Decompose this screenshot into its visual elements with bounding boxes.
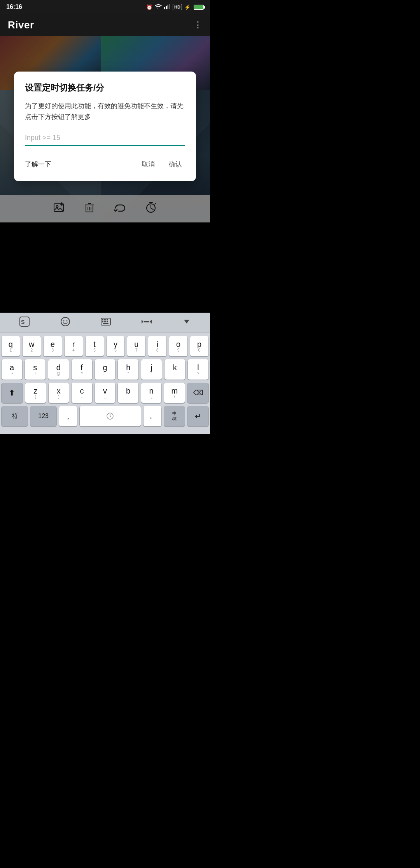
- confirm-button[interactable]: 确认: [162, 157, 185, 172]
- svg-rect-2: [167, 5, 168, 9]
- status-icons: ⏰ HD ⚡: [146, 4, 204, 10]
- keyboard-area: S: [0, 313, 210, 434]
- key-g[interactable]: g、: [95, 359, 116, 380]
- hd-icon: HD: [173, 4, 182, 10]
- svg-point-22: [63, 320, 65, 321]
- backspace-key[interactable]: ⌫: [187, 383, 208, 403]
- key-l[interactable]: l?: [188, 359, 208, 380]
- key-m[interactable]: m/: [164, 383, 185, 403]
- key-k[interactable]: k.: [164, 359, 185, 380]
- status-time: 16:16: [6, 4, 22, 10]
- keyboard-row-3: ⬆ z( x) c- v_ b: n; m/ ⌫: [2, 383, 208, 403]
- dialog-title: 设置定时切换任务/分: [25, 82, 185, 94]
- key-j[interactable]: j": [141, 359, 162, 380]
- svg-point-23: [66, 320, 68, 321]
- keyboard-rows: q1 w2 e3 r4 t5 y6 u7 i8 o9 p0 a~ s! d@ f…: [0, 333, 210, 434]
- timer-input[interactable]: [25, 132, 185, 144]
- app-title: River: [8, 19, 34, 31]
- svg-rect-1: [166, 6, 167, 9]
- key-z[interactable]: z(: [25, 383, 46, 403]
- key-n[interactable]: n;: [141, 383, 162, 403]
- key-x[interactable]: x): [49, 383, 69, 403]
- key-b[interactable]: b:: [118, 383, 138, 403]
- dialog: 设置定时切换任务/分 为了更好的使用此功能，有效的避免功能不生效，请先点击下方按…: [14, 72, 196, 181]
- svg-rect-0: [164, 7, 165, 9]
- key-w[interactable]: w2: [23, 336, 41, 356]
- alarm-icon: ⏰: [146, 4, 152, 10]
- svg-rect-25: [102, 319, 103, 320]
- svg-point-21: [61, 317, 70, 326]
- emoji-button[interactable]: [56, 314, 75, 331]
- enter-key[interactable]: ↵: [187, 406, 208, 426]
- battery-icon: [194, 5, 204, 10]
- dialog-actions: 了解一下 取消 确认: [25, 157, 185, 172]
- dialog-input-wrapper: [25, 132, 185, 146]
- svg-rect-26: [104, 319, 106, 320]
- period-key[interactable]: 。: [144, 406, 161, 426]
- shift-key[interactable]: ⬆: [2, 383, 23, 403]
- svg-rect-29: [104, 321, 106, 322]
- cursor-move-button[interactable]: [136, 315, 157, 330]
- svg-line-38: [110, 416, 111, 417]
- svg-rect-27: [107, 319, 108, 320]
- key-c[interactable]: c-: [72, 383, 92, 403]
- bolt-icon: ⚡: [184, 4, 191, 10]
- symbol-key[interactable]: 符: [2, 406, 28, 426]
- numbers-key[interactable]: 123: [30, 406, 56, 426]
- key-y[interactable]: y6: [107, 336, 125, 356]
- key-e[interactable]: e3: [44, 336, 62, 356]
- cancel-button[interactable]: 取消: [135, 157, 162, 172]
- key-t[interactable]: t5: [86, 336, 104, 356]
- key-i[interactable]: i8: [148, 336, 166, 356]
- svg-rect-34: [144, 321, 149, 322]
- key-d[interactable]: d@: [48, 359, 69, 380]
- svg-rect-3: [169, 4, 170, 9]
- signal-icon: [164, 4, 170, 10]
- background-area: 设置定时切换任务/分 为了更好的使用此功能，有效的避免功能不生效，请先点击下方按…: [0, 36, 210, 222]
- svg-text:S: S: [21, 319, 24, 325]
- wifi-icon: [155, 4, 162, 10]
- status-bar: 16:16 ⏰ HD ⚡: [0, 0, 210, 14]
- svg-marker-33: [150, 320, 152, 324]
- hide-keyboard-button[interactable]: [178, 315, 196, 331]
- svg-rect-31: [103, 323, 108, 324]
- app-bar: River ⋮: [0, 14, 210, 36]
- key-s[interactable]: s!: [25, 359, 46, 380]
- chinese-english-key[interactable]: 中/英: [164, 406, 185, 426]
- key-u[interactable]: u7: [127, 336, 145, 356]
- key-r[interactable]: r4: [65, 336, 83, 356]
- comma-key[interactable]: ，: [59, 406, 77, 426]
- space-key[interactable]: [80, 406, 141, 426]
- key-a[interactable]: a~: [2, 359, 22, 380]
- keyboard-row-2: a~ s! d@ f# g、 h" j" k. l?: [2, 359, 208, 380]
- keyboard-toolbar: S: [0, 313, 210, 333]
- learn-more-button[interactable]: 了解一下: [25, 157, 51, 172]
- key-q[interactable]: q1: [2, 336, 20, 356]
- key-p[interactable]: p0: [190, 336, 208, 356]
- svg-marker-32: [142, 320, 144, 324]
- key-o[interactable]: o9: [169, 336, 187, 356]
- dialog-body: 为了更好的使用此功能，有效的避免功能不生效，请先点击下方按钮了解更多: [25, 101, 185, 123]
- keyboard-layout-button[interactable]: [96, 315, 116, 330]
- keyboard-row-4: 符 123 ， 。 中/英 ↵: [2, 406, 208, 429]
- key-h[interactable]: h": [118, 359, 138, 380]
- sogou-button[interactable]: S: [14, 314, 35, 332]
- svg-marker-35: [184, 320, 189, 324]
- svg-rect-30: [107, 321, 108, 322]
- svg-rect-28: [102, 321, 103, 322]
- more-menu-icon[interactable]: ⋮: [194, 20, 202, 30]
- key-f[interactable]: f#: [72, 359, 92, 380]
- key-v[interactable]: v_: [95, 383, 116, 403]
- keyboard-row-1: q1 w2 e3 r4 t5 y6 u7 i8 o9 p0: [2, 336, 208, 356]
